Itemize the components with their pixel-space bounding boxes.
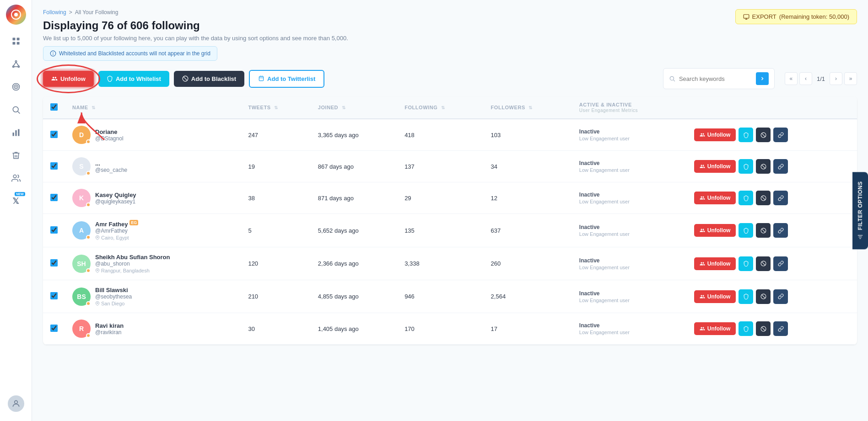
status-cell: Inactive Low Engagement user: [572, 247, 687, 280]
row-blacklist-button[interactable]: [756, 289, 771, 304]
sidebar-item-users[interactable]: [6, 168, 26, 188]
row-link-button[interactable]: [773, 159, 788, 174]
user-handle: @AmrFathey: [95, 228, 138, 234]
online-indicator: [86, 139, 91, 144]
joined-date: 871 days ago: [311, 182, 397, 214]
svg-line-44: [762, 262, 766, 266]
row-checkbox[interactable]: [50, 194, 58, 201]
user-name: ...: [95, 160, 127, 167]
sidebar-item-network[interactable]: [6, 54, 26, 74]
followers-count: 17: [484, 313, 572, 345]
user-avatar[interactable]: [8, 395, 24, 412]
row-unfollow-button[interactable]: Unfollow: [694, 290, 736, 303]
svg-line-10: [16, 62, 19, 66]
engagement-label: Low Engagement user: [579, 231, 679, 237]
pagination-next[interactable]: ›: [830, 72, 842, 85]
row-link-button[interactable]: [773, 289, 788, 304]
sidebar-item-search[interactable]: [6, 100, 26, 120]
row-blacklist-button[interactable]: [756, 321, 771, 336]
blacklist-button[interactable]: Add to Blacklist: [174, 71, 244, 87]
row-whitelist-button[interactable]: [739, 191, 753, 205]
row-link-button[interactable]: [773, 321, 788, 336]
row-unfollow-button[interactable]: Unfollow: [694, 322, 736, 335]
joined-date: 867 days ago: [311, 151, 397, 182]
sidebar-item-dashboard[interactable]: [6, 31, 26, 51]
whitelist-button[interactable]: Add to Whitelist: [98, 71, 169, 87]
row-whitelist-button[interactable]: [739, 256, 753, 271]
user-cell: R Ravi kiran @ravikiran: [72, 320, 233, 338]
actions-cell: Unfollow: [694, 128, 850, 142]
select-all-checkbox[interactable]: [50, 103, 58, 111]
row-whitelist-button[interactable]: [739, 289, 753, 304]
row-unfollow-button[interactable]: Unfollow: [694, 257, 736, 270]
row-blacklist-button[interactable]: [756, 256, 771, 271]
info-text: Whitelisted and Blacklisted accounts wil…: [59, 50, 210, 57]
table-row: A Amr Fathey EG @AmrFathey Cairo, Egypt …: [43, 214, 857, 247]
row-whitelist-button[interactable]: [739, 128, 753, 142]
user-name: Sheikh Abu Sufian Shoron: [95, 254, 170, 261]
filter-options-tab[interactable]: FILTER OPTIONS: [852, 172, 868, 249]
svg-point-20: [13, 175, 16, 178]
row-whitelist-button[interactable]: [739, 223, 753, 238]
search-input[interactable]: [679, 75, 752, 82]
svg-line-36: [762, 165, 766, 168]
twitterlist-button[interactable]: Add to Twitterlist: [249, 70, 324, 88]
breadcrumb-parent[interactable]: Following: [43, 9, 66, 16]
row-whitelist-button[interactable]: [739, 321, 753, 336]
row-unfollow-button[interactable]: Unfollow: [694, 224, 736, 237]
sidebar-item-target[interactable]: [6, 77, 26, 97]
row-blacklist-button[interactable]: [756, 191, 771, 205]
followers-count: 34: [484, 151, 572, 182]
row-link-button[interactable]: [773, 256, 788, 271]
actions-cell: Unfollow: [694, 289, 850, 304]
col-active: ACTIVE & INACTIVE User Engagement Metric…: [572, 96, 687, 119]
user-info: Doriane @DStagnol: [95, 128, 124, 142]
search-icon: [669, 75, 675, 82]
row-checkbox[interactable]: [50, 131, 58, 138]
row-blacklist-button[interactable]: [756, 159, 771, 174]
user-cell: D Doriane @DStagnol: [72, 126, 233, 144]
followers-count: 637: [484, 214, 572, 247]
sidebar-item-trash[interactable]: [6, 145, 26, 165]
sidebar-item-analytics[interactable]: [6, 123, 26, 143]
user-handle: @ravikiran: [95, 329, 124, 336]
following-count: 418: [397, 119, 483, 151]
engagement-label: Low Engagement user: [579, 136, 679, 141]
row-whitelist-button[interactable]: [739, 159, 753, 174]
row-checkbox[interactable]: [50, 162, 58, 170]
row-blacklist-button[interactable]: [756, 128, 771, 142]
info-banner: Whitelisted and Blacklisted accounts wil…: [43, 46, 217, 61]
row-blacklist-button[interactable]: [756, 223, 771, 238]
engagement-label: Low Engagement user: [579, 199, 679, 204]
export-button[interactable]: EXPORT (Remaining token: 50,000): [735, 9, 857, 24]
user-info: Amr Fathey EG @AmrFathey Cairo, Egypt: [95, 220, 138, 240]
row-link-button[interactable]: [773, 191, 788, 205]
search-go-button[interactable]: [756, 72, 769, 85]
pagination-last[interactable]: »: [844, 72, 857, 85]
svg-line-30: [183, 77, 187, 80]
svg-point-14: [16, 86, 16, 87]
row-link-button[interactable]: [773, 128, 788, 142]
row-unfollow-button[interactable]: Unfollow: [694, 192, 736, 204]
joined-date: 2,366 days ago: [311, 247, 397, 280]
status-cell: Inactive Low Engagement user: [572, 214, 687, 247]
svg-line-9: [13, 62, 16, 66]
row-checkbox[interactable]: [50, 292, 58, 299]
row-unfollow-button[interactable]: Unfollow: [694, 128, 736, 141]
user-handle: @quigleykasey1: [95, 198, 136, 205]
user-handle: @seo_cache: [95, 167, 127, 173]
sidebar-item-x[interactable]: 𝕏 NEW: [6, 191, 26, 211]
row-checkbox[interactable]: [50, 325, 58, 332]
pagination-prev[interactable]: ‹: [799, 72, 812, 85]
row-checkbox[interactable]: [50, 226, 58, 234]
pagination-first[interactable]: «: [785, 72, 798, 85]
user-cell: BS Bill Slawski @seobythesea San Diego: [72, 287, 233, 306]
svg-point-39: [97, 237, 98, 238]
joined-date: 4,855 days ago: [311, 280, 397, 313]
col-following: FOLLOWING ⇅: [397, 96, 483, 119]
svg-rect-2: [12, 38, 15, 41]
row-unfollow-button[interactable]: Unfollow: [694, 160, 736, 173]
row-link-button[interactable]: [773, 223, 788, 238]
unfollow-button[interactable]: Unfollow: [43, 71, 94, 87]
row-checkbox[interactable]: [50, 259, 58, 266]
